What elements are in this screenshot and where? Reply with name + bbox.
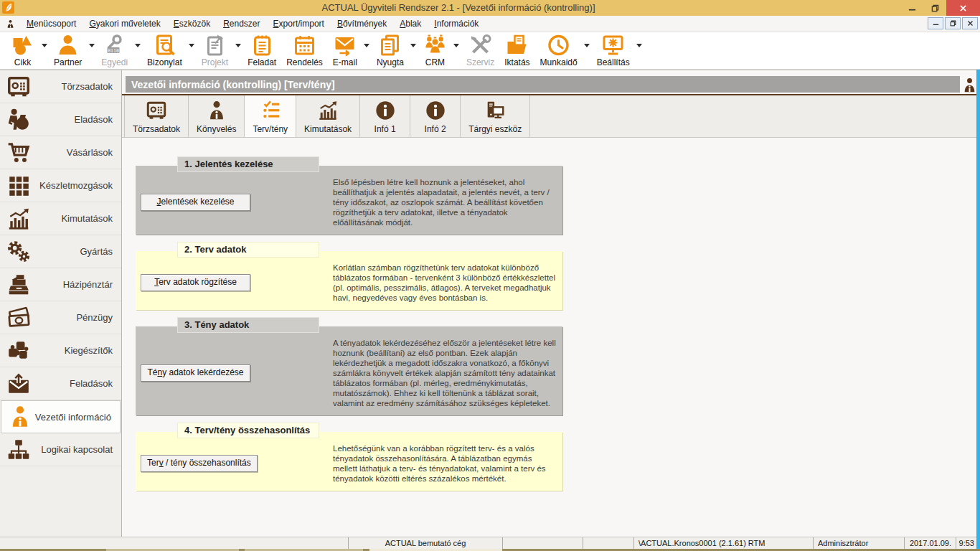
toolbar-item-feladat[interactable]: Feladat: [242, 33, 281, 67]
dropdown-arrow: [233, 44, 242, 47]
tab-konyveles[interactable]: Könyvelés: [189, 95, 245, 137]
sidebar-item-label: Eladások: [31, 114, 113, 125]
window-title: ACTUAL Ügyviteli Rendszer 2.1 - [Vezetői…: [17, 0, 900, 16]
mail-icon: [333, 34, 357, 57]
toolbar-item-partner[interactable]: Partner: [49, 33, 87, 67]
tab-label: Infó 2: [425, 124, 446, 134]
restore-button[interactable]: [923, 0, 946, 16]
logged-in-user-icon[interactable]: [961, 75, 978, 95]
tree-icon: [6, 438, 31, 462]
section-1-jelentes-kezelese: 1. Jelentés kezelése Jelentések kezelése…: [136, 156, 562, 235]
sidebar-item-vasarlasok[interactable]: Vásárlások: [0, 136, 121, 169]
dropdown-arrow[interactable]: [409, 44, 418, 47]
gears-icon: [6, 240, 31, 264]
section-description: A tényadatok lekérdezéséhez először a je…: [333, 337, 557, 408]
menu-item-rendszer[interactable]: Rendszer: [217, 17, 266, 31]
statusbar-cell-2: [503, 537, 583, 549]
section-button-terv-teny-osszehasonlitas[interactable]: Terv / tény összehasonlítás: [141, 455, 258, 472]
dropdown-arrow[interactable]: [187, 44, 197, 47]
module-sidebar: Törzsadatok Eladások Vásárlások Készletm…: [0, 70, 122, 537]
clock-icon: [547, 34, 570, 57]
section-button-teny-adatok-lekerdezese[interactable]: Tény adatok lekérdezése: [141, 364, 250, 382]
menu-item-eszkozok[interactable]: Eszközök: [167, 17, 217, 31]
status-bar: ACTUAL bemutató cég\ACTUAL.Kronos0001 (2…: [0, 537, 980, 549]
toolbar-item-label: Rendelés: [286, 57, 323, 67]
monitor-gear-icon: [601, 34, 625, 57]
tab-label: Könyvelés: [197, 124, 236, 134]
sidebar-item-logikai-kapcsolat[interactable]: Logikai kapcsolat: [0, 433, 121, 466]
sidebar-item-hazipenztar[interactable]: Házipénztár: [0, 268, 121, 301]
menu-item-informaciok[interactable]: Információk: [428, 17, 485, 31]
user-icon: [6, 19, 15, 29]
toolbar-item-crm[interactable]: CRM: [418, 33, 452, 67]
money-icon: [6, 306, 31, 330]
menu-item-bovitmenyek[interactable]: Bővítmények: [331, 17, 393, 31]
section-button-jelentesek-kezelese[interactable]: Jelentések kezelése: [141, 194, 250, 211]
menu-item-ablak[interactable]: Ablak: [393, 17, 428, 31]
folder-icon: [505, 34, 529, 57]
pages-icon: [378, 34, 402, 57]
statusbar-cell-adminisztrator: Adminisztrátor: [814, 537, 905, 549]
sidebar-item-penzugy[interactable]: Pénzügy: [0, 301, 121, 334]
sidebar-item-label: Pénzügy: [31, 312, 113, 323]
mdi-restore-button[interactable]: [945, 17, 961, 29]
menu-item-export-import[interactable]: Export/import: [267, 17, 331, 31]
tab-terv-teny[interactable]: Terv/tény: [245, 95, 296, 137]
dropdown-arrow[interactable]: [583, 44, 592, 47]
dropdown-arrow[interactable]: [635, 44, 644, 47]
content-area: Vezetői információ (kontrolling) [Terv/t…: [122, 70, 980, 537]
toolbar-item-label: CRM: [425, 57, 445, 67]
sidebar-item-feladasok[interactable]: Feladások: [0, 367, 121, 400]
sidebar-item-eladasok[interactable]: Eladások: [0, 103, 121, 136]
window-controls: [900, 0, 980, 16]
tab-torzsadatok[interactable]: Törzsadatok: [124, 95, 189, 137]
minimize-button[interactable]: [900, 0, 923, 16]
toolbar-item-e-mail[interactable]: E-mail: [328, 33, 362, 67]
tab-label: Kimutatások: [304, 124, 352, 134]
window-edge: [976, 70, 980, 549]
tab-info-2[interactable]: Infó 2: [410, 95, 461, 137]
sidebar-item-kiegeszitok[interactable]: Kiegészítők: [0, 334, 121, 367]
toolbar-item-munkaido[interactable]: Munkaidő: [535, 33, 583, 67]
toolbar-item-bizonylat[interactable]: Bizonylat: [142, 33, 187, 67]
toolbar-item-cikk[interactable]: Cikk: [6, 33, 39, 67]
doc-pin-icon: [203, 34, 227, 57]
toolbar-item-nyugta[interactable]: Nyugta: [372, 33, 409, 67]
toolbar-item-beallitas[interactable]: Beállítás: [592, 33, 635, 67]
mdi-window-controls: [928, 17, 978, 29]
tab-kimutatasok[interactable]: Kimutatások: [296, 95, 360, 137]
puzzle-icon: [6, 339, 31, 363]
sidebar-item-vezetoi-informacio[interactable]: Vezetői információ: [1, 400, 121, 433]
section-button-terv-adatok-rogzitese[interactable]: Terv adatok rögzítése: [141, 274, 250, 291]
sidebar-item-label: Vásárlások: [31, 147, 113, 158]
mdi-minimize-button[interactable]: [928, 17, 943, 29]
toolbar-item-iktatas[interactable]: Iktatás: [499, 33, 534, 67]
sidebar-item-kimutatasok[interactable]: Kimutatások: [0, 202, 121, 235]
section-title: 4. Terv/tény összehasonlítás: [177, 423, 319, 438]
menu-item-gyakori-muveletek[interactable]: Gyakori műveletek: [83, 17, 166, 31]
tab-info-1[interactable]: Infó 1: [360, 95, 410, 137]
toolbar-item-egyedi: 0110 Egyedi: [96, 33, 133, 67]
person-bag-icon: [6, 108, 31, 132]
sidebar-item-label: Kiegészítők: [31, 345, 113, 356]
toolbar-item-label: Feladat: [248, 57, 276, 67]
dropdown-arrow[interactable]: [362, 44, 372, 47]
safe-icon: [146, 100, 167, 121]
dropdown-arrow[interactable]: [87, 44, 96, 47]
tab-targyi-eszkoz[interactable]: Tárgyi eszköz: [461, 95, 530, 137]
mdi-close-button[interactable]: [962, 17, 978, 29]
dropdown-arrow[interactable]: [39, 44, 49, 47]
close-button[interactable]: [946, 0, 980, 16]
chart-icon: [6, 207, 31, 231]
menu-item-menucsoport[interactable]: Menücsoport: [20, 17, 83, 31]
dropdown-arrow[interactable]: [452, 44, 461, 47]
sidebar-item-keszletmozgasok[interactable]: Készletmozgások: [0, 169, 121, 202]
toolbar-item-label: Szerviz: [466, 57, 494, 67]
sidebar-item-torzsadatok[interactable]: Törzsadatok: [0, 70, 121, 103]
sidebar-item-gyartas[interactable]: Gyártás: [0, 235, 121, 268]
safe-icon: [6, 75, 31, 99]
title-bar: ACTUAL Ügyviteli Rendszer 2.1 - [Vezetői…: [0, 0, 980, 16]
toolbar-item-label: Partner: [54, 57, 82, 67]
toolbar-item-label: Bizonylat: [147, 57, 182, 67]
toolbar-item-rendeles[interactable]: Rendelés: [281, 33, 328, 67]
